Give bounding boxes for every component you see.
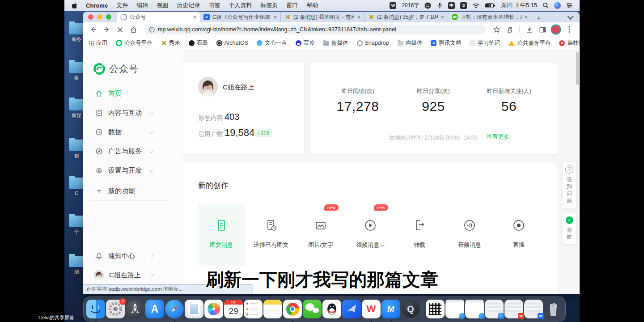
site-info-icon[interactable] (149, 27, 155, 33)
qq-dock-icon[interactable] (322, 300, 341, 318)
bookmark-aichatos[interactable]: AIchatOS (216, 40, 249, 46)
tab-close-icon[interactable]: × (273, 14, 277, 21)
sogou-menu-icon[interactable]: S (460, 2, 467, 9)
reminders-dock-icon[interactable] (244, 300, 263, 318)
calendar-dock-icon[interactable]: 2月 29 (224, 300, 243, 318)
bookmark-mp-platform[interactable]: 公众号平台 (116, 39, 153, 47)
tab-xiumi-article[interactable]: (2 条消息) 我的图文 - 秀米XIU × (280, 12, 364, 22)
finder-dock-icon[interactable] (86, 300, 105, 318)
launchpad-dock-icon[interactable] (126, 300, 144, 318)
tab-close-icon[interactable]: × (441, 14, 444, 21)
bookmark-apps[interactable]: 应用 (89, 39, 107, 47)
bookmark-newmedia-folder[interactable]: 新媒体 (323, 39, 348, 47)
side-panel-icon[interactable] (537, 24, 548, 35)
nav-float-widget[interactable]: ✓ 导航 (563, 213, 576, 244)
bookmark-zimeiti-folder[interactable]: 自媒体 (398, 39, 423, 47)
tencent-meeting-dock-icon[interactable]: M (381, 300, 400, 318)
url-text[interactable]: mp.weixin.qq.com/cgi-bin/home?t=home/ind… (158, 26, 396, 33)
tab-close-icon[interactable]: × (524, 14, 528, 21)
new-tab-button[interactable]: + (534, 13, 544, 22)
bookmark-study-notes[interactable]: 学习笔记 (470, 39, 500, 47)
blue-wing-app-dock-icon[interactable] (342, 300, 361, 318)
view-more-link[interactable]: 查看更多 (486, 133, 509, 141)
menu-help[interactable]: 帮助 (306, 1, 318, 9)
emoji-menu-icon[interactable] (424, 2, 431, 9)
creation-image-text[interactable]: new 图片/文字 (297, 203, 344, 266)
back-button[interactable] (87, 24, 99, 35)
bookmark-snapdrop[interactable]: Snapdrop (357, 40, 389, 46)
stat-new-followers[interactable]: 昨日新增关注(人) 56 (469, 63, 549, 114)
safari-window-thumbnail[interactable] (465, 300, 484, 318)
menu-file[interactable]: 文件 (116, 1, 128, 9)
bookmarks-overflow-chevron[interactable]: » (570, 39, 573, 47)
wps-dock-icon[interactable]: W (362, 300, 381, 318)
bookmark-baidu[interactable]: 百度 (296, 39, 315, 47)
bookmark-tencent-docs[interactable]: ≡腾讯文档 (431, 39, 461, 47)
chrome-menu-kebab-icon[interactable] (564, 24, 575, 35)
forward-button[interactable] (101, 24, 112, 35)
original-content-value[interactable]: 403 (225, 112, 239, 122)
spotlight-search-icon[interactable] (542, 2, 549, 8)
wps-menu-icon[interactable]: W (390, 2, 396, 9)
mic-menu-icon[interactable] (436, 2, 443, 9)
bookmark-public-service[interactable]: 公共服务平台 (508, 39, 551, 47)
help-float-widget[interactable]: ? 遇到问题 (563, 162, 576, 208)
bookmark-xiumi[interactable]: 秀米 (161, 39, 180, 47)
home-button[interactable] (127, 24, 139, 35)
screenshot-window-thumbnail[interactable] (485, 300, 504, 318)
bookmark-lizhi[interactable]: 荔枝微课 (559, 39, 580, 47)
wifi-icon[interactable] (472, 3, 480, 8)
downloads-icon[interactable] (523, 24, 535, 35)
bookmark-wenxin[interactable]: 文心一言 (257, 39, 287, 47)
mp-logo[interactable]: 公众号 (93, 63, 139, 75)
menu-tabs[interactable]: 标签页 (260, 1, 278, 9)
menu-edit[interactable]: 编辑 (136, 1, 148, 9)
ime-menu-icon[interactable]: 中 (448, 2, 455, 9)
menu-app-name[interactable]: Chrome (86, 2, 108, 9)
sidebar-item-content[interactable]: 内容与互动 (83, 105, 183, 120)
battery-icon[interactable] (485, 3, 496, 8)
sidebar-item-ads[interactable]: 广告与服务 (83, 144, 183, 159)
stat-share[interactable]: 昨日分享(次) 925 (393, 63, 474, 114)
safari-window-thumbnail[interactable] (445, 300, 464, 318)
tab-close-icon[interactable]: × (193, 14, 196, 21)
meeting-window-thumbnail[interactable]: M (524, 300, 543, 318)
tab-xiumi-article-2[interactable]: (2 条消息) 35岁，走了10年弯路 × (364, 12, 448, 22)
sidebar-item-home[interactable]: 首页 (83, 86, 183, 101)
menu-clock[interactable]: 周四 下午5:15 (501, 1, 537, 9)
bookmark-shimo[interactable]: 石墨 (189, 39, 208, 47)
notes-dock-icon[interactable] (263, 300, 282, 318)
trash-dock-icon[interactable] (544, 300, 563, 318)
app-store-dock-icon[interactable]: A (145, 300, 164, 318)
menu-window[interactable]: 窗口 (286, 1, 298, 9)
creation-existing-article[interactable]: 选择已有图文 (248, 203, 294, 266)
stat-read[interactable]: 昨日阅读(次) 17,278 (318, 63, 398, 114)
minimize-window-button[interactable] (97, 14, 102, 20)
zoom-window-button[interactable] (106, 14, 111, 20)
siri-icon[interactable] (554, 2, 561, 9)
chrome-dock-icon[interactable] (283, 300, 302, 318)
sidebar-item-new-feature[interactable]: + 新的功能 (83, 183, 183, 199)
tab-close-icon[interactable]: × (357, 14, 360, 21)
wps-window-thumbnail[interactable]: W (504, 300, 523, 318)
sidebar-item-settings[interactable]: 设置与开发 (83, 163, 183, 178)
close-window-button[interactable] (88, 14, 93, 20)
system-settings-dock-icon[interactable]: 2 (106, 300, 125, 318)
creation-video[interactable]: new 视频消息 (347, 203, 394, 266)
apple-menu-icon[interactable] (72, 2, 77, 9)
tab-search-chevron-icon[interactable] (568, 13, 574, 20)
photos-dock-icon[interactable] (204, 300, 223, 318)
creation-repost[interactable]: 转载 (396, 203, 443, 266)
mail-dock-icon[interactable] (185, 300, 203, 318)
bookmark-star-icon[interactable] (491, 24, 502, 35)
creation-live[interactable]: 直播 (496, 203, 542, 266)
extensions-icon[interactable] (504, 24, 516, 35)
profile-avatar[interactable] (552, 25, 560, 34)
total-users-value[interactable]: 19,584 (225, 127, 254, 139)
sidebar-item-data[interactable]: 数据 (83, 124, 183, 140)
safari-dock-icon[interactable] (165, 300, 184, 318)
stop-loading-button[interactable] (114, 24, 126, 35)
creation-article[interactable]: 图文消息 (198, 203, 245, 266)
menu-profiles[interactable]: 个人资料 (229, 1, 252, 9)
scrollbar-thumb[interactable] (576, 52, 579, 85)
